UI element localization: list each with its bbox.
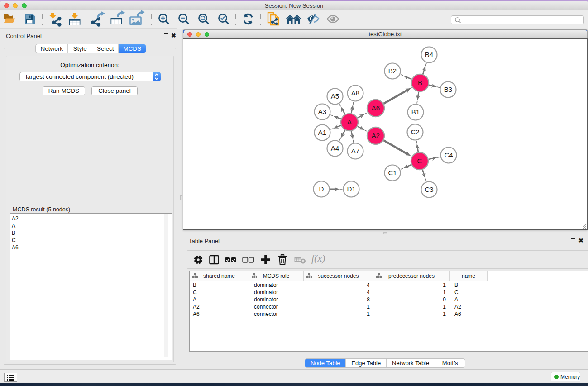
- svg-text:C4: C4: [444, 151, 453, 159]
- svg-text:B3: B3: [444, 86, 452, 93]
- svg-text:D: D: [319, 185, 324, 193]
- svg-text:A7: A7: [351, 147, 359, 155]
- svg-text:A: A: [347, 118, 352, 126]
- svg-text:D1: D1: [347, 185, 355, 193]
- svg-text:A8: A8: [351, 89, 359, 97]
- svg-text:A4: A4: [331, 144, 339, 152]
- svg-text:C1: C1: [388, 169, 397, 176]
- svg-text:B1: B1: [411, 108, 420, 116]
- svg-text:A2: A2: [372, 132, 380, 139]
- svg-text:A1: A1: [318, 129, 326, 136]
- svg-text:C3: C3: [425, 186, 433, 193]
- svg-text:B: B: [418, 79, 422, 86]
- svg-text:B2: B2: [388, 67, 397, 75]
- svg-text:A6: A6: [372, 104, 380, 112]
- svg-text:C: C: [417, 157, 422, 165]
- svg-text:A3: A3: [318, 108, 326, 115]
- svg-text:C2: C2: [411, 128, 419, 136]
- svg-text:A5: A5: [331, 92, 339, 100]
- svg-text:B4: B4: [425, 51, 433, 58]
